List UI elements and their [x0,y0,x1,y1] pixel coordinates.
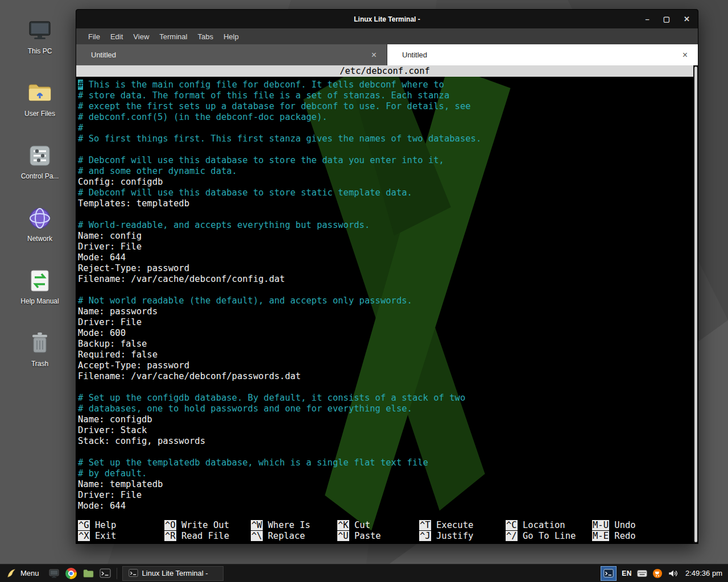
nano-header: GNU nano 7.2 /etc/debconf.conf [76,65,693,77]
volume-icon[interactable] [668,568,678,579]
nano-line [78,382,698,393]
taskbar-separator [117,568,117,579]
launcher-files-icon[interactable] [81,567,95,580]
terminal-content[interactable]: GNU nano 7.2 /etc/debconf.conf # This is… [76,65,698,543]
shortcut-key: ^/ [506,531,518,541]
desktop-icon-label: Help Manual [13,297,67,305]
shortcut-key: ^\ [251,531,263,541]
tab-close-icon[interactable]: × [681,50,689,60]
nano-line: # Debconf will use this database to stor… [78,188,698,198]
menu-file[interactable]: File [83,30,105,43]
shortcut-row-0: ^G Help^O Write Out^W Where Is^K Cut^T E… [78,520,691,531]
tab-1-active[interactable]: Untitled× [387,44,698,65]
nano-line: # [78,123,698,134]
desktop-icon-help-manual[interactable]: Help Manual [13,267,67,305]
nano-shortcuts: ^G Help^O Write Out^W Where Is^K Cut^T E… [78,520,691,542]
nano-shortcut-location: ^C Location [506,520,592,531]
shortcut-key: ^J [419,531,431,541]
shortcut-key: ^K [337,520,349,530]
nano-line: Name: templatedb [78,479,698,490]
desktop-icon-control-panel[interactable]: Control Pa... [13,142,67,180]
nano-line: # Set up the templatedb database, which … [78,458,698,468]
desktop-icon-network[interactable]: Network [13,205,67,243]
nano-line: Driver: File [78,242,698,252]
shortcut-key: M-U [592,520,609,530]
menu-help[interactable]: Help [218,30,244,43]
menu-edit[interactable]: Edit [105,30,128,43]
tray-terminal-icon[interactable] [601,566,617,581]
task-button-terminal[interactable]: Linux Lite Terminal - [122,566,224,581]
tab-label: Untitled [85,51,370,59]
menu-terminal[interactable]: Terminal [154,30,192,43]
nano-line: Mode: 644 [78,252,698,263]
nano-shortcut-write-out: ^O Write Out [164,520,251,531]
keyboard-icon[interactable] [637,569,647,577]
launcher-chrome-icon[interactable] [64,567,78,580]
menu-button[interactable]: Menu [0,564,46,582]
nano-filename: /etc/debconf.conf [340,65,430,77]
taskbar: Menu Linux Lite Terminal - EN 2:49:36 pm [0,564,728,582]
nano-line: # Set up the configdb database. By defau… [78,393,698,404]
menu-tabs[interactable]: Tabs [192,30,218,43]
network-icon [26,205,53,232]
nano-line: # store data. The format of this file is… [78,90,698,101]
launcher-terminal-icon[interactable] [98,567,112,580]
nano-line [78,209,698,220]
nano-line: Config: configdb [78,177,698,188]
desktop-icon-label: Network [13,235,67,243]
nano-lines: # This is the main config file for debco… [76,77,698,512]
desktop-icon-user-files[interactable]: User Files [13,80,67,118]
shortcut-key: M-E [592,531,609,541]
nano-line: Accept-Type: password [78,360,698,371]
nano-shortcut-read-file: ^R Read File [164,531,251,542]
tab-label: Untitled [396,51,681,59]
tab-close-icon[interactable]: × [370,50,378,60]
launcher-monitor-icon[interactable] [47,567,61,580]
nano-shortcut-replace: ^\ Replace [251,531,337,542]
maximize-button[interactable]: ▢ [663,15,670,23]
nano-line: # except the first sets up a database fo… [78,101,698,112]
shortcut-key: ^O [164,520,176,530]
nano-line: Name: config [78,231,698,242]
nano-line: Mode: 600 [78,328,698,339]
desktop-icon-label: User Files [13,110,67,118]
shortcut-key: ^T [419,520,431,530]
nano-line: # and some other dynamic data. [78,166,698,177]
shortcut-key: ^X [78,531,90,541]
updates-icon[interactable] [652,568,663,579]
nano-shortcut-help: ^G Help [78,520,164,531]
nano-shortcut-cut: ^K Cut [337,520,419,531]
language-indicator[interactable]: EN [622,569,632,577]
menu-bar: FileEditViewTerminalTabsHelp [76,28,698,44]
task-button-label: Linux Lite Terminal - [142,569,208,577]
nano-line: Driver: File [78,317,698,328]
nano-line: Name: passwords [78,306,698,317]
title-bar[interactable]: Linux Lite Terminal - – ▢ ✕ [76,10,698,28]
text-cursor: # [78,80,83,90]
nano-line: Stack: config, passwords [78,436,698,447]
scrollbar-thumb[interactable] [694,66,697,542]
window-controls: – ▢ ✕ [646,10,690,28]
this-pc-icon [26,17,53,44]
nano-line: # This is the main config file for debco… [78,80,698,90]
help-manual-icon [26,267,53,294]
menu-view[interactable]: View [128,30,154,43]
window-title: Linux Lite Terminal - [354,15,420,23]
shortcut-key: ^C [506,520,518,530]
tab-0[interactable]: Untitled× [76,44,387,65]
nano-line: # Debconf will use this database to stor… [78,155,698,166]
minimize-button[interactable]: – [646,15,650,23]
nano-line: # Not world readable (the default), and … [78,296,698,306]
nano-shortcut-paste: ^U Paste [337,531,419,542]
nano-line: # by default. [78,468,698,479]
close-button[interactable]: ✕ [684,15,690,23]
clock[interactable]: 2:49:36 pm [683,569,722,577]
desktop-icon-label: This PC [13,47,67,55]
desktop-icon-this-pc[interactable]: This PC [13,17,67,55]
shortcut-key: ^G [78,520,90,530]
desktop-icon-trash[interactable]: Trash [13,330,67,368]
nano-shortcut-exit: ^X Exit [78,531,164,542]
nano-line: Driver: Stack [78,425,698,436]
scrollbar[interactable] [693,65,698,543]
nano-shortcut-undo: M-U Undo [592,520,691,531]
